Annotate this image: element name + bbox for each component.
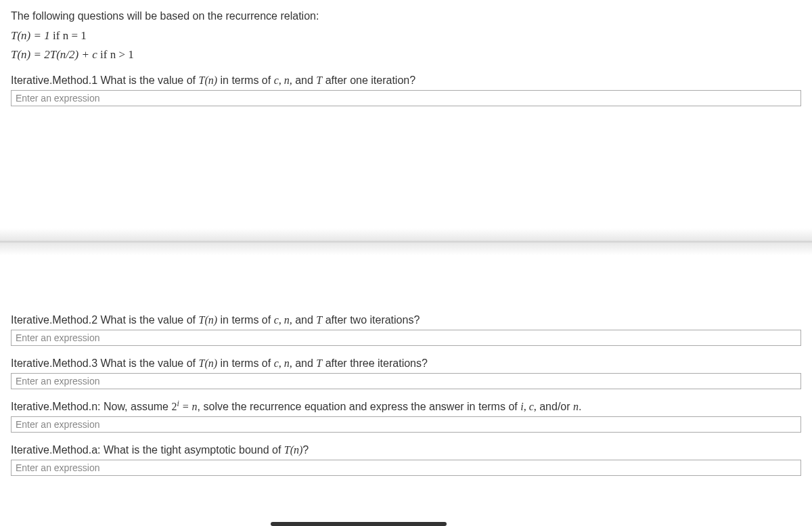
question-n: Iterative.Method.n: Now, assume 2i = n, … [11,399,801,433]
question-a-text: Iterative.Method.a: What is the tight as… [11,442,801,458]
question-a-input[interactable] [11,460,801,476]
question-3: Iterative.Method.3 What is the value of … [11,355,801,389]
equation-base-case: T(n) = 1 if n = 1 [11,27,801,45]
intro-text: The following questions will be based on… [11,8,801,24]
question-n-text: Iterative.Method.n: Now, assume 2i = n, … [11,399,801,415]
question-3-text: Iterative.Method.3 What is the value of … [11,355,801,372]
question-1: Iterative.Method.1 What is the value of … [11,72,801,106]
question-2-input[interactable] [11,330,801,346]
question-1-input[interactable] [11,90,801,106]
question-n-input[interactable] [11,416,801,433]
equation-recursive-case: T(n) = 2T(n/2) + c if n > 1 [11,46,801,64]
question-2: Iterative.Method.2 What is the value of … [11,312,801,346]
question-3-input[interactable] [11,373,801,389]
section-divider [0,228,812,255]
question-1-text: Iterative.Method.1 What is the value of … [11,72,801,89]
question-2-text: Iterative.Method.2 What is the value of … [11,312,801,328]
question-a: Iterative.Method.a: What is the tight as… [11,442,801,476]
